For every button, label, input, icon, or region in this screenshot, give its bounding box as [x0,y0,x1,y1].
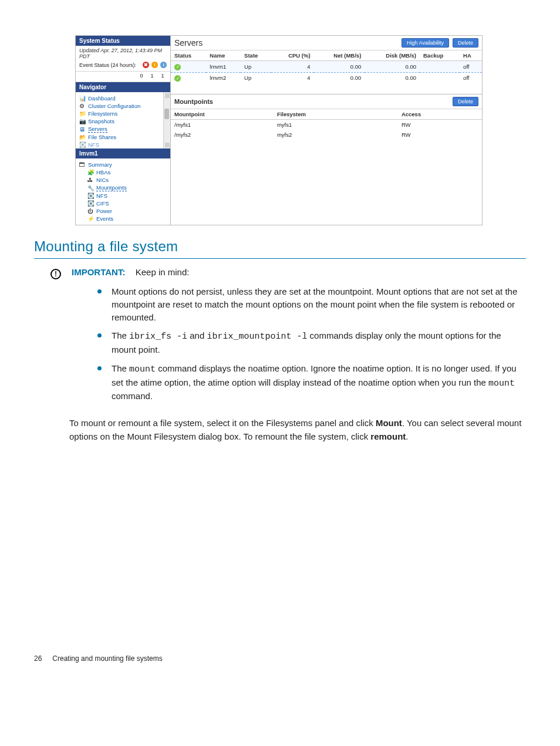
important-icon: ! [50,269,61,279]
nav-scrollbar[interactable] [163,92,170,148]
hba-icon: 🧩 [87,169,94,175]
nav-cluster-config[interactable]: ⚙Cluster Configuration [79,102,168,110]
section-heading: Mounting a file system [34,238,526,255]
col-cpu[interactable]: CPU (%) [271,50,314,61]
warning-icon: ! [151,62,158,68]
page-number: 26 [34,654,42,663]
mountpoints-title: Mountpoints [174,98,213,105]
col-state[interactable]: State [241,50,271,61]
summary-icon: 🗔 [79,161,86,168]
sub-events[interactable]: ⚡Events [79,215,168,222]
important-label: IMPORTANT: [72,267,125,277]
col-access[interactable]: Access [398,109,482,120]
list-item: The mount command displays the noatime o… [97,362,526,409]
col-mountpoint[interactable]: Mountpoint [171,109,274,120]
disk-icon: 💽 [87,200,94,207]
disk-icon: 💽 [79,141,86,148]
col-filesystem[interactable]: Filesystem [274,109,398,120]
col-name[interactable]: Name [206,50,241,61]
table-row[interactable]: ✓ lmvm1 Up 4 0.00 0.00 off [171,61,482,73]
list-item: The ibrix_fs -i and ibrix_mountpoint -l … [97,329,526,362]
gear-icon: ⚙ [79,103,86,109]
sub-nfs[interactable]: 💽NFS [79,192,168,200]
status-up-icon: ✓ [174,75,181,82]
mountpoints-table: Mountpoint Filesystem Access /myfs1 myfs… [171,109,482,140]
status-up-icon: ✓ [174,64,181,70]
info-icon: i [160,62,167,68]
servers-title: Servers [174,38,203,48]
nav-servers[interactable]: 🖥Servers [79,125,168,133]
server-icon: 🖥 [79,126,86,133]
servers-table: Status Name State CPU (%) Net (MB/s) Dis… [171,50,482,83]
col-net[interactable]: Net (MB/s) [314,50,365,61]
nic-icon: 🖧 [87,177,94,183]
bolt-icon: ⚡ [87,215,94,222]
important-text: Keep in mind: [136,267,190,277]
wrench-icon: 🔧 [87,185,94,191]
table-row[interactable]: /myfs2 myfs2 RW [171,130,482,140]
list-item: Mount options do not persist, unless the… [97,285,526,329]
share-icon: 📂 [79,134,86,140]
error-icon: ✖ [143,62,149,68]
table-row[interactable]: ✓ lmvm2 Up 4 0.00 0.00 off [171,72,482,83]
sub-summary[interactable]: 🗔Summary [79,161,168,168]
power-icon: ⏻ [87,208,94,214]
table-row[interactable]: /myfs1 myfs1 RW [171,120,482,130]
folder-icon: 📁 [79,110,86,117]
disk-icon: 💽 [87,193,94,199]
sub-power[interactable]: ⏻Power [79,207,168,215]
camera-icon: 📷 [79,118,86,124]
server-detail-header: lmvm1 [76,148,170,158]
app-screenshot: System Status Updated Apr. 27, 2012, 1:4… [75,35,483,225]
sub-hbas[interactable]: 🧩HBAs [79,168,168,176]
info-count: 1 [158,73,167,79]
updated-timestamp: Updated Apr. 27, 2012, 1:43:49 PM PDT [76,46,170,60]
col-ha[interactable]: HA [460,50,482,61]
event-status-label: Event Status (24 hours): [79,62,136,68]
col-backup[interactable]: Backup [420,50,460,61]
nav-nfs[interactable]: 💽NFS [79,141,168,148]
event-status-row: Event Status (24 hours): ✖ ! i [76,60,170,72]
sub-nics[interactable]: 🖧NICs [79,176,168,184]
warn-count: 1 [148,73,156,79]
col-status[interactable]: Status [171,50,206,61]
sub-mountpoints[interactable]: 🔧Mountpoints [79,184,168,192]
chart-icon: 📊 [79,95,86,102]
footer-text: Creating and mounting file systems [52,654,162,663]
system-status-header: System Status [76,36,170,46]
nav-file-shares[interactable]: 📂File Shares [79,133,168,141]
delete-mountpoint-button[interactable]: Delete [453,97,478,106]
paragraph: To mount or remount a file system, selec… [69,417,526,443]
sub-cifs[interactable]: 💽CIFS [79,200,168,207]
section-rule [34,258,526,259]
delete-server-button[interactable]: Delete [453,38,478,48]
navigator-header: Navigator [76,82,170,92]
nav-snapshots[interactable]: 📷Snapshots [79,117,168,125]
nav-filesystems[interactable]: 📁Filesystems [79,110,168,117]
error-count: 0 [137,73,146,79]
nav-dashboard[interactable]: 📊Dashboard [79,94,168,102]
col-disk[interactable]: Disk (MB/s) [365,50,420,61]
high-availability-button[interactable]: High Availability [402,38,449,48]
